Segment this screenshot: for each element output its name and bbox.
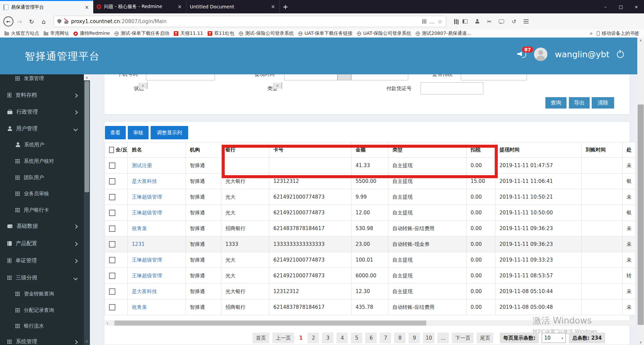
table-row[interactable]: 王琳超级管理 智择通 光大 6214921000774873 6000.00 自… bbox=[105, 268, 635, 284]
row-checkbox[interactable] bbox=[109, 178, 115, 185]
select-all-checkbox[interactable] bbox=[109, 147, 114, 153]
name-link[interactable]: 祝青泉 bbox=[132, 304, 147, 310]
bookmark-item[interactable]: 测试20807-易保通速... bbox=[416, 30, 471, 37]
audit-button[interactable]: 审核 bbox=[128, 126, 149, 139]
name-link[interactable]: 1231 bbox=[132, 241, 145, 247]
avatar[interactable] bbox=[534, 48, 547, 61]
insecure-lock-icon[interactable] bbox=[64, 21, 68, 24]
sidebar-item-document-mgmt[interactable]: 单证管理 bbox=[0, 253, 84, 269]
snip-icon[interactable]: ✂ bbox=[487, 18, 491, 25]
tab-close-icon[interactable]: × bbox=[176, 4, 183, 10]
sidebar-item-fund-transfer-query[interactable]: 资金转账查询 bbox=[0, 286, 84, 302]
tax-flag-select[interactable] bbox=[461, 74, 527, 80]
page-vertical-scrollbar[interactable]: ∧ ∨ bbox=[637, 38, 644, 345]
bookmark-item[interactable]: 火狐官方站点 bbox=[4, 30, 39, 37]
name-link[interactable]: 是大富科技 bbox=[132, 288, 157, 294]
sidebar-item-team-users[interactable]: 团队用户 bbox=[0, 169, 84, 186]
phone-input[interactable] bbox=[146, 74, 215, 80]
table-row[interactable]: 祝青泉 智择通 招商银行 6214837878184617 435.78 自动转… bbox=[105, 299, 635, 315]
adjust-columns-button[interactable]: 调整显示列 bbox=[151, 126, 188, 139]
bookmark-item[interactable]: 常用网址 bbox=[44, 30, 69, 37]
scroll-up-icon[interactable]: ∧ bbox=[84, 74, 90, 80]
name-link[interactable]: 测试注册 bbox=[132, 162, 152, 168]
page-button-10[interactable]: 10 bbox=[423, 333, 434, 343]
page-button-2[interactable]: 2 bbox=[308, 333, 319, 343]
page-first-button[interactable]: 首页 bbox=[253, 333, 269, 343]
name-link[interactable]: 王琳超级管理 bbox=[132, 273, 162, 279]
page-button-4[interactable]: 4 bbox=[336, 333, 348, 343]
page-last-button[interactable]: 尾页 bbox=[477, 333, 493, 343]
date-range-separator-button[interactable] bbox=[337, 74, 351, 80]
window-minimize-button[interactable]: – bbox=[598, 0, 613, 13]
row-checkbox[interactable] bbox=[109, 288, 115, 295]
row-checkbox[interactable] bbox=[109, 241, 115, 248]
scroll-up-icon[interactable]: ∧ bbox=[637, 38, 644, 43]
library-icon[interactable] bbox=[454, 19, 455, 24]
tab-ybt-platform[interactable]: 易保通管理平台 × bbox=[0, 0, 93, 13]
table-row[interactable]: 是大富科技 智择通 光大银行 12312312 12.30 自主提现 0.00 … bbox=[105, 284, 635, 299]
status-select[interactable]: ∨ bbox=[147, 82, 148, 89]
forward-button[interactable]: → bbox=[13, 18, 25, 25]
row-checkbox[interactable] bbox=[109, 273, 115, 279]
table-row[interactable]: 祝青泉 智择通 招商银行 6214837878184617 530.98 自动转… bbox=[105, 221, 635, 236]
row-checkbox[interactable] bbox=[109, 194, 115, 200]
sidebar-item-allocation-record-query[interactable]: 分配记录查询 bbox=[0, 302, 84, 318]
page-prev-button[interactable]: 上一页 bbox=[272, 333, 294, 343]
tab-untitled-document[interactable]: Untitled Document × bbox=[186, 0, 280, 13]
account-icon[interactable] bbox=[475, 19, 480, 24]
bookmark-item-mobile[interactable]: 移动设备上的书签 bbox=[597, 30, 639, 37]
logout-power-icon[interactable] bbox=[617, 51, 624, 58]
tracking-shield-icon[interactable] bbox=[57, 19, 61, 24]
sidebar-toggle-icon[interactable] bbox=[463, 19, 468, 23]
page-ellipsis-button[interactable]: ... bbox=[437, 333, 449, 343]
vertical-scrollbar-thumb[interactable] bbox=[638, 105, 644, 325]
bookmark-item[interactable]: UAT-保险公司登录系统 bbox=[357, 30, 411, 37]
sidebar-item-admin-mgmt[interactable]: 行政管理 bbox=[0, 104, 84, 120]
clear-button[interactable]: 清除 bbox=[592, 97, 614, 109]
tab-redmine[interactable]: 问题 - 核心服务 - Redmine × bbox=[93, 0, 186, 13]
page-next-button[interactable]: 下一页 bbox=[452, 333, 474, 343]
page-button-5[interactable]: 5 bbox=[351, 333, 362, 343]
table-row[interactable]: 王琳超级管理 智择通 光大 6214921000774873 100.01 自主… bbox=[105, 252, 635, 268]
sidebar-item-invoice-mgmt[interactable]: 发票管理 bbox=[0, 70, 84, 86]
sidebar-scrollbar-thumb[interactable] bbox=[85, 81, 89, 192]
page-button-6[interactable]: 6 bbox=[365, 333, 377, 343]
sidebar-item-base-data[interactable]: 基础数据 bbox=[0, 218, 84, 234]
sidebar-item-system-users[interactable]: 系统用户 bbox=[0, 137, 84, 153]
page-current[interactable]: 1 bbox=[297, 335, 305, 341]
tab-close-icon[interactable]: × bbox=[270, 4, 276, 10]
bookmark-item[interactable]: UAT-保单下载任务链接 bbox=[298, 30, 353, 37]
sidebar-item-archive[interactable]: 资料存档 bbox=[0, 87, 84, 103]
name-link[interactable]: 王琳超级管理 bbox=[132, 194, 162, 200]
back-button[interactable]: ← bbox=[3, 16, 13, 26]
page-button-9[interactable]: 9 bbox=[409, 333, 420, 343]
username[interactable]: wanglin@ybt bbox=[555, 50, 609, 59]
window-close-button[interactable]: × bbox=[629, 0, 644, 13]
notification-speaker-icon[interactable]: 87 bbox=[517, 50, 527, 59]
page-size-select[interactable]: 10∨ bbox=[542, 333, 566, 343]
scroll-down-icon[interactable]: ∨ bbox=[84, 338, 90, 344]
row-checkbox[interactable] bbox=[109, 257, 115, 263]
row-checkbox[interactable] bbox=[109, 225, 115, 232]
url-bar[interactable]: proxy1.countnet.cn:20807/Login/Main … ☆ bbox=[54, 16, 446, 27]
bookmark-item[interactable]: T双11红包 bbox=[208, 30, 234, 37]
type-select[interactable]: ∨ bbox=[281, 82, 282, 89]
tab-close-icon[interactable]: × bbox=[84, 4, 90, 10]
sidebar-item-user-bank-cards[interactable]: 用户银行卡 bbox=[0, 202, 84, 218]
sidebar-item-system-user-check[interactable]: 系统用户核对 bbox=[0, 153, 84, 169]
bookmark-item[interactable]: 测试-保险公司登录系统 bbox=[239, 30, 294, 37]
bookmark-item[interactable]: 康特Redmine bbox=[73, 30, 110, 37]
table-row-highlighted[interactable]: 1231 智择通 1333 1333333333333333 23.00 自动转… bbox=[105, 236, 635, 252]
name-link[interactable]: 王琳超级管理 bbox=[132, 210, 162, 216]
sidebar-item-system-mgmt[interactable]: 系统管理 bbox=[0, 334, 84, 345]
reload-button[interactable]: ↻ bbox=[25, 18, 38, 25]
withdraw-time-from-input[interactable] bbox=[284, 74, 337, 80]
sidebar-scrollbar[interactable]: ∧ ∨ bbox=[84, 74, 90, 345]
home-button[interactable]: ⌂ bbox=[38, 18, 50, 25]
menu-icon[interactable] bbox=[524, 19, 529, 20]
new-tab-button[interactable]: + bbox=[280, 0, 291, 13]
withdraw-time-to-input[interactable] bbox=[351, 74, 408, 80]
name-link[interactable]: 祝青泉 bbox=[132, 225, 147, 231]
row-checkbox[interactable] bbox=[109, 162, 115, 169]
horizontal-scrollbar-thumb[interactable] bbox=[114, 321, 426, 326]
